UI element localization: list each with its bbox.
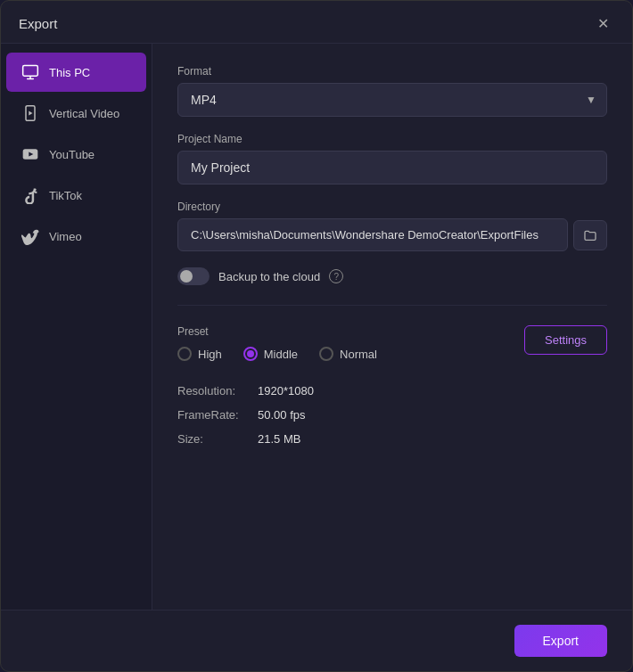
framerate-label: FrameRate: <box>177 408 258 422</box>
specs-section: Resolution: 1920*1080 FrameRate: 50.00 f… <box>177 384 607 446</box>
sidebar-item-tiktok[interactable]: TikTok <box>6 176 146 215</box>
format-field: Format MP4 AVI MOV MKV GIF ▼ <box>177 65 607 117</box>
cloud-backup-toggle[interactable] <box>177 267 210 285</box>
export-button[interactable]: Export <box>514 625 607 657</box>
project-name-field: Project Name <box>177 133 607 184</box>
divider <box>177 305 607 306</box>
sidebar-item-label: This PC <box>49 66 90 79</box>
preset-header: Preset High Middle <box>177 325 607 361</box>
main-content: Format MP4 AVI MOV MKV GIF ▼ Project Nam… <box>152 44 632 610</box>
size-value: 21.5 MB <box>258 432 300 446</box>
radio-normal <box>319 347 333 361</box>
svg-rect-0 <box>23 66 38 77</box>
size-label: Size: <box>177 432 258 446</box>
preset-radio-group: High Middle Normal <box>177 347 377 361</box>
sidebar-item-youtube[interactable]: YouTube <box>6 135 146 174</box>
vertical-video-icon <box>21 103 40 123</box>
sidebar-item-vertical-video[interactable]: Vertical Video <box>6 94 146 133</box>
preset-option-high[interactable]: High <box>177 347 222 361</box>
tiktok-icon <box>21 185 40 205</box>
project-name-label: Project Name <box>177 133 607 145</box>
size-row: Size: 21.5 MB <box>177 432 607 446</box>
cloud-backup-row: Backup to the cloud ? <box>177 267 607 285</box>
title-bar: Export ✕ <box>1 1 632 44</box>
project-name-input[interactable] <box>177 151 607 184</box>
sidebar: This PC Vertical Video <box>1 44 152 610</box>
radio-middle <box>243 347 258 361</box>
sidebar-item-label: Vertical Video <box>49 107 119 120</box>
dialog-footer: Export <box>1 610 632 671</box>
sidebar-item-label: TikTok <box>49 189 82 202</box>
directory-input[interactable] <box>177 218 568 251</box>
sidebar-item-this-pc[interactable]: This PC <box>6 53 146 92</box>
sidebar-item-label: YouTube <box>49 148 95 161</box>
preset-high-label: High <box>198 348 222 361</box>
preset-label: Preset <box>177 325 377 338</box>
help-icon[interactable]: ? <box>329 269 343 283</box>
framerate-row: FrameRate: 50.00 fps <box>177 408 607 422</box>
dialog-title: Export <box>19 16 57 31</box>
folder-icon <box>583 228 597 242</box>
format-select[interactable]: MP4 AVI MOV MKV GIF <box>177 83 607 117</box>
resolution-value: 1920*1080 <box>258 384 314 397</box>
preset-left: Preset High Middle <box>177 325 377 361</box>
resolution-label: Resolution: <box>177 384 258 397</box>
preset-option-middle[interactable]: Middle <box>243 347 298 361</box>
close-button[interactable]: ✕ <box>592 13 614 34</box>
directory-field: Directory <box>177 201 607 251</box>
dialog-body: This PC Vertical Video <box>1 44 632 610</box>
preset-section: Preset High Middle <box>177 325 607 361</box>
export-dialog: Export ✕ This PC <box>0 0 633 672</box>
svg-marker-4 <box>29 111 32 116</box>
vimeo-icon <box>21 226 40 246</box>
preset-normal-label: Normal <box>340 348 377 361</box>
computer-icon <box>21 62 40 82</box>
format-select-wrapper: MP4 AVI MOV MKV GIF ▼ <box>177 83 607 117</box>
browse-button[interactable] <box>573 220 607 250</box>
sidebar-item-vimeo[interactable]: Vimeo <box>6 217 146 256</box>
sidebar-item-label: Vimeo <box>49 230 82 243</box>
youtube-icon <box>21 144 40 164</box>
settings-button[interactable]: Settings <box>524 325 607 355</box>
cloud-backup-label: Backup to the cloud <box>218 270 320 283</box>
directory-label: Directory <box>177 201 607 213</box>
radio-high <box>177 347 192 361</box>
format-label: Format <box>177 65 607 78</box>
preset-middle-label: Middle <box>264 348 298 361</box>
toggle-thumb <box>180 270 193 283</box>
framerate-value: 50.00 fps <box>258 408 306 422</box>
resolution-row: Resolution: 1920*1080 <box>177 384 607 397</box>
preset-option-normal[interactable]: Normal <box>319 347 377 361</box>
directory-wrapper <box>177 218 607 251</box>
